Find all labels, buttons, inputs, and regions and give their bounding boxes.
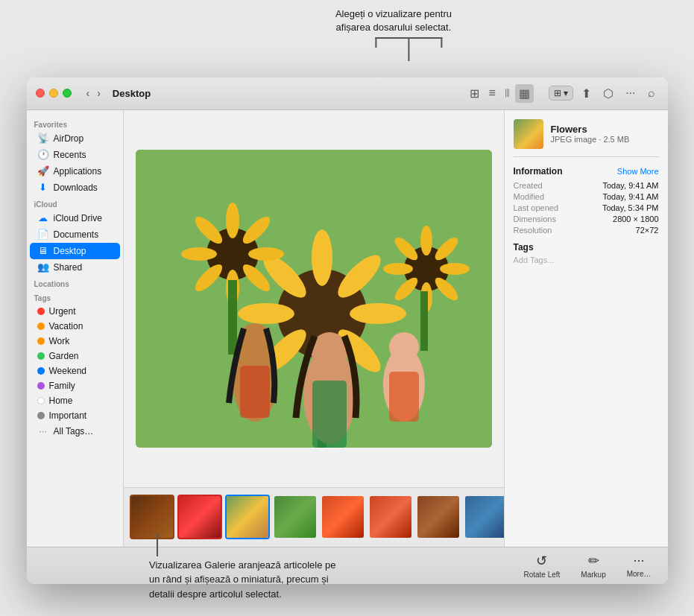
created-value: Today, 9:41 AM [602, 181, 658, 190]
sidebar-item-urgent-label: Urgent [49, 306, 76, 317]
last-opened-label: Last opened [514, 203, 559, 212]
sidebar-item-vacation[interactable]: Vacation [30, 319, 120, 334]
group-by-button[interactable]: ⊞ ▾ [549, 86, 573, 101]
modified-label: Modified [514, 192, 545, 201]
add-tags-placeholder[interactable]: Add Tags... [514, 255, 659, 264]
sidebar-item-weekend[interactable]: Weekend [30, 363, 120, 378]
home-dot [37, 397, 45, 404]
svg-rect-29 [228, 280, 237, 355]
info-row-modified: Modified Today, 9:41 AM [514, 192, 659, 201]
forward-button[interactable]: › [94, 86, 104, 101]
sidebar-item-airdrop-label: AirDrop [54, 133, 84, 144]
sidebar-item-family[interactable]: Family [30, 378, 120, 393]
family-dot [37, 382, 45, 390]
tooltip-top-line2: afișarea dosarului selectat. [336, 22, 452, 33]
sidebar-item-applications[interactable]: 🚀 Applications [30, 163, 120, 180]
thumbnail-2[interactable] [177, 495, 222, 539]
more-options-button[interactable]: ··· [622, 84, 639, 102]
dimensions-label: Dimensions [514, 215, 556, 223]
information-title: Information [514, 166, 563, 177]
gallery-view-button[interactable]: ▦ [515, 84, 534, 103]
columns-view-button[interactable]: ⫴ [501, 84, 514, 102]
sidebar-item-recents[interactable]: 🕐 Recents [30, 147, 120, 163]
desktop-icon: 🖥 [37, 245, 49, 257]
gallery-main[interactable] [124, 110, 504, 487]
sidebar-item-family-label: Family [49, 381, 75, 391]
thumbnails-strip [124, 487, 504, 547]
tooltip-top: Alegeți o vizualizare pentru afișarea do… [335, 7, 452, 39]
sidebar-item-garden[interactable]: Garden [30, 349, 120, 363]
finder-window: ‹ › Desktop ⊞ ≡ ⫴ ▦ ⊞ ▾ ⬆ ⬡ ··· ⌕ Favori… [27, 77, 668, 584]
sidebar-item-home-label: Home [49, 396, 73, 406]
sidebar-item-shared[interactable]: 👥 Shared [30, 259, 120, 276]
thumbnail-3[interactable] [225, 495, 270, 539]
rotate-left-button[interactable]: ↺ Rotate Left [516, 550, 567, 582]
sidebar-item-icloud-drive[interactable]: ☁ iCloud Drive [30, 210, 120, 226]
gallery-area [124, 110, 504, 547]
show-more-button[interactable]: Show More [617, 167, 659, 176]
minimize-button[interactable] [49, 89, 58, 98]
more-button[interactable]: ··· More… [619, 550, 659, 581]
sidebar: Favorites 📡 AirDrop 🕐 Recents 🚀 Applicat… [27, 110, 124, 547]
icon-view-button[interactable]: ⊞ [466, 84, 483, 103]
sidebar-item-documents[interactable]: 📄 Documents [30, 226, 120, 243]
sidebar-item-all-tags-label: All Tags… [54, 426, 94, 436]
sidebar-item-airdrop[interactable]: 📡 AirDrop [30, 130, 120, 147]
svg-rect-37 [240, 366, 270, 418]
tooltip-top-line1: Alegeți o vizualizare pentru [335, 8, 452, 19]
recents-icon: 🕐 [37, 149, 49, 161]
markup-button[interactable]: ✏ Markup [573, 550, 613, 582]
tags-section-label: Tags [27, 290, 123, 304]
sidebar-item-work[interactable]: Work [30, 334, 120, 349]
garden-dot [37, 352, 45, 360]
sidebar-item-urgent[interactable]: Urgent [30, 304, 120, 319]
sidebar-item-downloads[interactable]: ⬇ Downloads [30, 180, 120, 196]
traffic-lights [36, 89, 72, 98]
thumbnail-6[interactable] [368, 495, 413, 539]
all-tags-icon: ··· [37, 425, 49, 437]
weekend-dot [37, 367, 45, 375]
file-type: JPEG image · 2.5 MB [551, 135, 630, 144]
sidebar-item-important-label: Important [49, 410, 87, 421]
markup-icon: ✏ [588, 553, 599, 569]
sidebar-item-work-label: Work [49, 336, 70, 346]
thumbnail-5[interactable] [321, 495, 365, 539]
toolbar-right: ⊞ ▾ ⬆ ⬡ ··· ⌕ [549, 84, 659, 103]
svg-point-13 [181, 247, 217, 261]
more-label: More… [627, 570, 652, 578]
svg-point-4 [238, 303, 294, 324]
rotate-left-label: Rotate Left [523, 571, 560, 579]
file-preview-header: Flowers JPEG image · 2.5 MB [514, 119, 659, 157]
svg-point-14 [248, 247, 284, 261]
sidebar-item-applications-label: Applications [54, 166, 102, 177]
created-label: Created [514, 181, 543, 190]
locations-section-label: Locations [27, 276, 123, 290]
sidebar-item-weekend-label: Weekend [49, 366, 86, 376]
title-bar: ‹ › Desktop ⊞ ≡ ⫴ ▦ ⊞ ▾ ⬆ ⬡ ··· ⌕ [27, 77, 668, 110]
thumbnail-1[interactable] [130, 495, 174, 539]
favorites-section-label: Favorites [27, 116, 123, 130]
thumbnail-7[interactable] [416, 495, 461, 539]
search-button[interactable]: ⌕ [644, 84, 659, 102]
sidebar-item-recents-label: Recents [54, 150, 86, 160]
icloud-drive-icon: ☁ [37, 212, 49, 224]
file-thumbnail [514, 119, 543, 149]
back-button[interactable]: ‹ [83, 86, 93, 101]
sidebar-item-documents-label: Documents [54, 229, 99, 240]
thumbnail-8[interactable] [464, 495, 504, 539]
sidebar-item-desktop[interactable]: 🖥 Desktop [30, 243, 120, 259]
work-dot [37, 337, 45, 345]
sidebar-item-important[interactable]: Important [30, 408, 120, 423]
tags-button[interactable]: ⬡ [599, 84, 617, 103]
fullscreen-button[interactable] [63, 89, 72, 98]
tags-section: Tags Add Tags... [514, 242, 659, 264]
sidebar-item-shared-label: Shared [54, 262, 83, 273]
list-view-button[interactable]: ≡ [485, 84, 499, 102]
sidebar-item-home[interactable]: Home [30, 393, 120, 408]
share-button[interactable]: ⬆ [578, 84, 595, 103]
svg-point-22 [383, 263, 413, 275]
close-button[interactable] [36, 89, 45, 98]
sidebar-item-all-tags[interactable]: ··· All Tags… [30, 423, 120, 439]
thumbnail-4[interactable] [273, 495, 318, 539]
svg-point-20 [420, 226, 432, 255]
